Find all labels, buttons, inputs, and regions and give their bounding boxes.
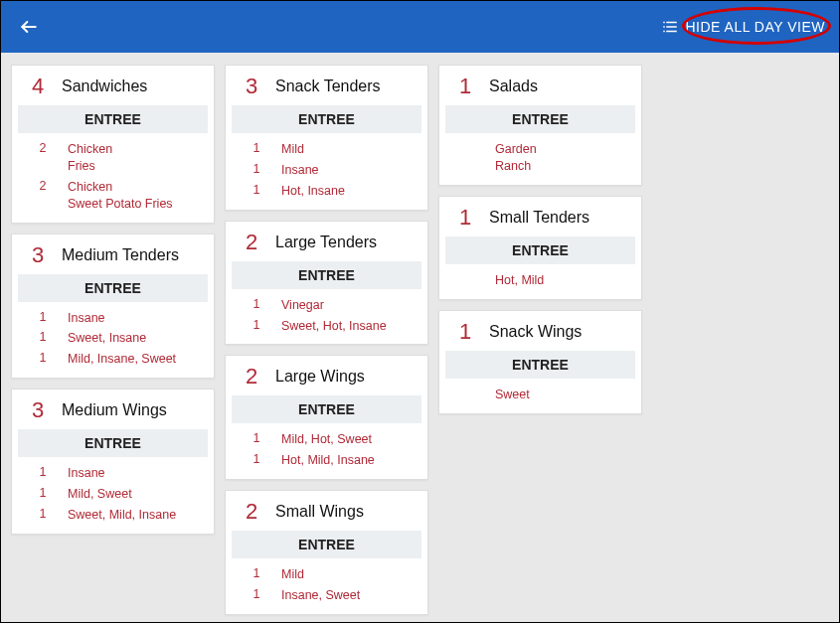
list-item: 1Mild, Hot, Sweet (226, 429, 427, 450)
item-list: 1Insane1Sweet, Insane1Mild, Insane, Swee… (12, 308, 214, 379)
section-label: ENTREE (445, 351, 635, 379)
item-qty: 1 (244, 452, 269, 469)
item-list: 1Insane1Mild, Sweet1Sweet, Mild, Insane (12, 463, 214, 534)
item-name: Mild, Hot, Sweet (269, 431, 416, 448)
card-header: 1Salads (439, 66, 641, 105)
card-title: Snack Tenders (275, 78, 381, 95)
order-card[interactable]: 2Small WingsENTREE1Mild1Insane, Sweet (225, 490, 428, 615)
list-item: 1Insane (12, 463, 214, 484)
list-item: 1Insane (12, 308, 214, 329)
item-name: Sweet (483, 387, 629, 403)
card-title: Large Tenders (275, 234, 377, 251)
card-count: 2 (238, 499, 265, 525)
item-name: Insane (56, 310, 202, 327)
item-qty: 2 (30, 141, 56, 175)
list-item: 1Insane (226, 160, 427, 181)
section-label: ENTREE (18, 429, 208, 457)
item-list: Hot, Mild (439, 270, 641, 299)
svg-rect-6 (667, 31, 678, 33)
item-name: Mild (269, 141, 416, 158)
section-label: ENTREE (232, 261, 421, 289)
section-label: ENTREE (445, 105, 635, 133)
item-list: 1Vinegar1Sweet, Hot, Insane (226, 295, 427, 345)
item-name: GardenRanch (483, 141, 629, 175)
hide-all-day-view-button[interactable]: HIDE ALL DAY VIEW (661, 18, 825, 36)
card-title: Medium Tenders (62, 246, 179, 264)
card-title: Large Wings (275, 368, 365, 386)
item-name: Sweet, Insane (56, 330, 202, 347)
card-title: Medium Wings (62, 401, 167, 419)
item-name: Sweet, Hot, Insane (269, 318, 416, 335)
item-qty: 1 (244, 318, 269, 335)
card-title: Salads (489, 78, 538, 95)
item-name: Hot, Mild, Insane (269, 452, 416, 469)
item-list: 1Mild1Insane, Sweet (226, 564, 427, 614)
card-header: 2Large Tenders (226, 222, 427, 261)
order-card[interactable]: 3Medium WingsENTREE1Insane1Mild, Sweet1S… (11, 389, 215, 535)
section-label: ENTREE (18, 274, 208, 302)
order-card[interactable]: 3Medium TendersENTREE1Insane1Sweet, Insa… (11, 234, 215, 380)
list-item: Sweet (439, 385, 641, 405)
hide-all-day-view-label: HIDE ALL DAY VIEW (685, 19, 825, 35)
section-label: ENTREE (232, 105, 421, 133)
card-title: Small Tenders (489, 209, 589, 227)
item-list: 1Mild1Insane1Hot, Insane (226, 139, 427, 210)
list-item: 1Insane, Sweet (226, 585, 427, 606)
list-item: 1Vinegar (226, 295, 427, 316)
card-header: 1Snack Wings (439, 311, 641, 351)
card-count: 3 (238, 74, 265, 99)
list-item: 1Mild, Sweet (12, 484, 214, 505)
item-name: Insane, Sweet (269, 587, 416, 604)
section-label: ENTREE (445, 236, 635, 264)
order-card[interactable]: 4SandwichesENTREE2ChickenFries2ChickenSw… (11, 65, 215, 224)
svg-rect-4 (667, 26, 678, 28)
order-card[interactable]: 2Large TendersENTREE1Vinegar1Sweet, Hot,… (225, 221, 428, 346)
card-header: 3Snack Tenders (226, 66, 427, 105)
list-item: 1Sweet, Hot, Insane (226, 316, 427, 337)
list-item: 2ChickenFries (12, 139, 214, 177)
item-qty (457, 272, 483, 289)
card-header: 2Large Wings (226, 356, 427, 395)
card-header: 2Small Wings (226, 491, 427, 531)
item-qty: 1 (30, 330, 56, 347)
order-card[interactable]: 1SaladsENTREEGardenRanch (438, 65, 642, 186)
back-button[interactable] (15, 13, 43, 41)
item-qty: 1 (244, 566, 269, 583)
item-qty: 2 (30, 179, 56, 213)
item-name: Hot, Insane (269, 183, 416, 200)
item-qty (457, 141, 483, 175)
item-list: Sweet (439, 385, 641, 413)
card-title: Sandwiches (62, 78, 147, 95)
item-qty: 1 (30, 310, 56, 327)
card-header: 1Small Tenders (439, 197, 641, 236)
item-qty: 1 (244, 141, 269, 158)
order-card[interactable]: 1Snack WingsENTREESweet (438, 310, 642, 414)
item-list: GardenRanch (439, 139, 641, 185)
card-title: Small Wings (275, 503, 364, 521)
item-name: Mild (269, 566, 416, 583)
svg-rect-1 (664, 22, 666, 24)
column: 1SaladsENTREEGardenRanch1Small TendersEN… (438, 65, 642, 414)
list-item: GardenRanch (439, 139, 641, 177)
list-item: 1Sweet, Mild, Insane (12, 505, 214, 526)
card-title: Snack Wings (489, 323, 582, 341)
order-card[interactable]: 1Small TendersENTREEHot, Mild (438, 196, 642, 300)
order-card[interactable]: 2Large WingsENTREE1Mild, Hot, Sweet1Hot,… (225, 355, 428, 480)
list-item: 1Mild, Insane, Sweet (12, 349, 214, 370)
list-item: 1Hot, Insane (226, 181, 427, 202)
svg-rect-5 (664, 31, 666, 33)
item-qty: 1 (30, 351, 56, 368)
svg-rect-2 (667, 22, 678, 24)
list-item: 1Mild (226, 564, 427, 585)
item-qty: 1 (244, 183, 269, 200)
list-icon (661, 18, 679, 36)
column: 4SandwichesENTREE2ChickenFries2ChickenSw… (11, 65, 215, 535)
section-label: ENTREE (232, 531, 421, 558)
card-header: 3Medium Wings (12, 389, 214, 429)
card-count: 2 (238, 364, 265, 389)
item-qty: 1 (244, 431, 269, 448)
order-card[interactable]: 3Snack TendersENTREE1Mild1Insane1Hot, In… (225, 65, 428, 211)
item-name: Vinegar (269, 297, 416, 314)
item-qty (457, 387, 483, 403)
item-name: Mild, Sweet (56, 486, 202, 503)
